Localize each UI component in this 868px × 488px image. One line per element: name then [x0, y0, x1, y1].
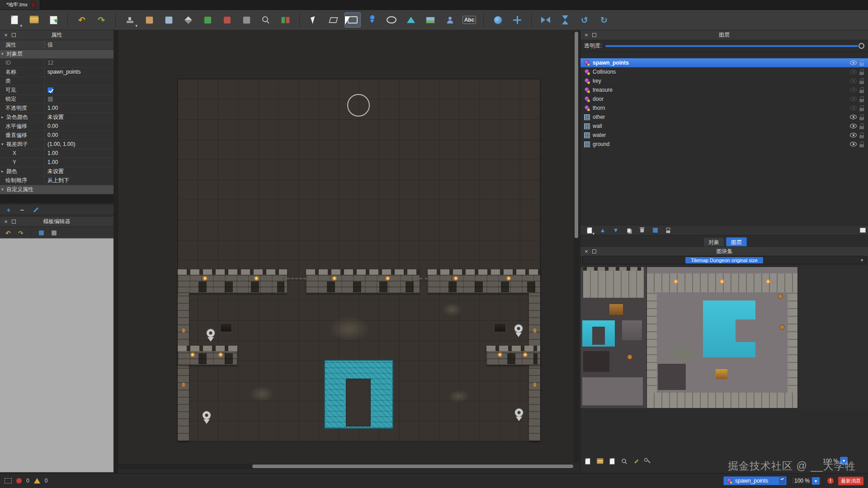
visibility-eye-icon[interactable]	[850, 133, 857, 137]
lock-icon[interactable]	[859, 141, 864, 147]
layer-row-other[interactable]: other	[580, 113, 868, 122]
visibility-eye-icon[interactable]	[850, 97, 857, 101]
tileset-preview-image-right[interactable]	[647, 267, 797, 408]
close-panel-icon[interactable]: ×	[583, 32, 590, 38]
document-tab[interactable]: *地牢.tmx	[0, 0, 40, 9]
template-editor-view[interactable]	[0, 238, 113, 472]
visibility-eye-icon[interactable]	[850, 61, 857, 65]
property-value[interactable]: spawn_points	[45, 68, 113, 76]
eraser-tool[interactable]	[199, 12, 216, 28]
tileset-properties-button[interactable]	[643, 456, 654, 466]
raise-layer-button[interactable]: ▲	[597, 225, 608, 235]
shape-fill-tool[interactable]	[180, 12, 196, 28]
lock-icon[interactable]	[859, 96, 864, 102]
insert-ellipse-tool[interactable]	[383, 12, 400, 28]
close-panel-icon[interactable]: ×	[3, 32, 9, 38]
highlight-layer-button[interactable]	[650, 225, 660, 235]
rotate-left-button[interactable]: ↺	[576, 12, 593, 28]
layer-row-key[interactable]: key	[580, 76, 868, 85]
add-property-button[interactable]: +	[3, 205, 14, 214]
open-tileset-button[interactable]	[594, 456, 605, 466]
visibility-eye-icon[interactable]	[850, 115, 857, 119]
close-panel-icon[interactable]: ×	[583, 249, 590, 255]
save-file-button[interactable]	[45, 12, 61, 28]
dock-tab-layers[interactable]: 图层	[726, 237, 747, 246]
spawn-point-marker[interactable]	[206, 328, 216, 338]
select-objects-tool[interactable]	[306, 12, 322, 28]
expander-icon[interactable]: ▾	[1, 185, 6, 194]
bucket-fill-tool[interactable]	[160, 12, 177, 28]
export-tileset-button[interactable]	[607, 456, 618, 466]
template-undo-button[interactable]: ↶	[3, 228, 14, 238]
property-value[interactable]	[45, 77, 113, 85]
open-file-button[interactable]	[26, 12, 42, 28]
lock-icon[interactable]	[859, 78, 864, 84]
lower-layer-button[interactable]: ▼	[610, 225, 621, 235]
current-layer-select[interactable]: spawn_points ▴▾	[723, 476, 787, 485]
property-value[interactable]: (1.00, 1.00)	[45, 140, 113, 149]
pan-view-tool[interactable]	[509, 12, 525, 28]
layer-row-collisions[interactable]: Collisions	[580, 67, 868, 76]
canvas-zoom-control[interactable]: 100 % ▾	[791, 476, 823, 485]
new-map-button[interactable]: ▾	[6, 12, 23, 28]
map-view[interactable]	[178, 79, 540, 441]
insert-text-tool[interactable]: Abc	[461, 12, 477, 28]
lock-icon[interactable]	[859, 114, 864, 120]
layer-row-door[interactable]: door	[580, 94, 868, 103]
visibility-eye-icon[interactable]	[850, 124, 857, 128]
lock-icon[interactable]	[859, 105, 864, 111]
lock-icon[interactable]	[859, 60, 864, 66]
magic-wand-tool[interactable]	[238, 12, 255, 28]
dock-tab-objects[interactable]: 对象	[703, 237, 724, 246]
remove-property-button[interactable]: −	[16, 205, 28, 214]
tab-close-button[interactable]	[31, 2, 35, 8]
checkbox-unchecked[interactable]	[47, 96, 53, 102]
property-value[interactable]: 0.00	[45, 122, 113, 131]
tileset-preview-image-left[interactable]	[580, 267, 647, 408]
tileset-zoom-control[interactable]: 100 % ▾	[823, 457, 848, 465]
zoom-dropdown-button[interactable]: ▾	[812, 477, 820, 485]
template-objects-button[interactable]	[48, 228, 59, 238]
layer-row-ground[interactable]: ground	[580, 140, 868, 149]
property-value[interactable]: 0.00	[45, 131, 113, 140]
expander-icon[interactable]: ▾	[1, 140, 6, 149]
layer-select-stepper[interactable]: ▴▾	[779, 477, 785, 484]
spawn-point-marker[interactable]	[514, 324, 524, 333]
property-value[interactable]: 未设置	[45, 167, 113, 176]
template-grid-button[interactable]	[36, 228, 47, 238]
terrain-brush-tool[interactable]	[141, 12, 157, 28]
map-canvas[interactable]	[118, 30, 580, 473]
edit-tileset-button[interactable]	[631, 456, 642, 466]
property-value[interactable]: 12	[45, 59, 113, 67]
tileset-view[interactable]	[580, 266, 868, 409]
scrollbar-thumb[interactable]	[575, 32, 578, 238]
expander-icon[interactable]: ▾	[1, 50, 6, 58]
remove-layer-button[interactable]	[637, 225, 647, 235]
tileset-select[interactable]: Tilemap Dungeon original size ▾	[582, 256, 866, 264]
panel-menu-button[interactable]	[860, 228, 866, 233]
layer-row-spawn_points[interactable]: spawn_points	[580, 58, 868, 67]
property-row[interactable]: ▾对象层	[0, 50, 113, 59]
lock-layer-button[interactable]	[663, 225, 674, 235]
terrain-fill-tool[interactable]	[277, 12, 293, 28]
edit-polygons-tool[interactable]	[325, 12, 341, 28]
opacity-slider-knob[interactable]	[859, 43, 864, 49]
property-value[interactable]: 1.00	[45, 158, 113, 167]
select-same-tile-tool[interactable]	[258, 12, 274, 28]
rotate-right-button[interactable]: ↻	[596, 12, 612, 28]
float-panel-icon[interactable]	[592, 33, 596, 37]
lock-icon[interactable]	[859, 87, 864, 93]
property-value[interactable]: 未设置	[45, 113, 113, 122]
opacity-slider[interactable]	[605, 42, 864, 50]
insert-tile-tool[interactable]	[422, 12, 439, 28]
edit-property-button[interactable]	[30, 205, 42, 214]
stamp-brush-tool[interactable]: ▾	[122, 12, 138, 28]
world-tool[interactable]	[490, 12, 506, 28]
canvas-vertical-scrollbar[interactable]	[574, 30, 579, 463]
visibility-eye-icon[interactable]	[850, 70, 857, 74]
layer-row-thorn[interactable]: thorn	[580, 103, 868, 113]
canvas-horizontal-scrollbar[interactable]	[118, 464, 574, 469]
flip-horizontal-button[interactable]	[538, 12, 554, 28]
property-value[interactable]: 从上到下	[45, 176, 113, 185]
tileset-zoom-dropdown-button[interactable]: ▾	[840, 457, 848, 465]
